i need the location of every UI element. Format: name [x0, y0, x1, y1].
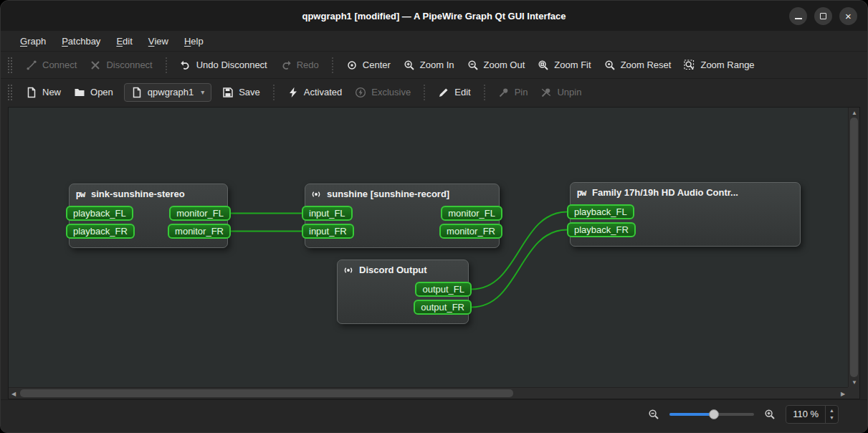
patchbay-select-combo[interactable]: qpwgraph1▾	[124, 83, 211, 102]
zoom-fit-button[interactable]: Zoom Fit	[531, 56, 597, 75]
port-row: input_FRmonitor_FR	[310, 224, 494, 239]
zoom-out-button[interactable]: Zoom Out	[461, 56, 532, 75]
port-input_FL[interactable]: input_FL	[302, 206, 353, 221]
toolbar-button-label: Disconnect	[106, 60, 152, 70]
node-header: Discord Output	[343, 264, 463, 276]
vertical-scrollbar[interactable]: ▲ ▼	[848, 108, 859, 387]
toolbar-handle[interactable]	[8, 57, 12, 73]
titlebar[interactable]: qpwgraph1 [modified] — A PipeWire Graph …	[1, 1, 867, 31]
statusbar: 110 % ▲ ▼	[1, 399, 867, 432]
port-playback_FR[interactable]: playback_FR	[66, 224, 135, 239]
menu-help[interactable]: Help	[176, 31, 211, 51]
window-title: qpwgraph1 [modified] — A PipeWire Graph …	[302, 11, 566, 22]
zoom-range-icon	[684, 60, 695, 71]
pin-button[interactable]: Pin	[492, 83, 535, 102]
exclusive-button[interactable]: Exclusive	[348, 83, 417, 102]
port-output_FR[interactable]: output_FR	[414, 300, 472, 315]
vertical-scrollbar-thumb[interactable]	[850, 118, 858, 377]
node-sink-sunshine-stereo[interactable]: pwsink-sunshine-stereoplayback_FLmonitor…	[69, 184, 228, 248]
close-button[interactable]: ×	[839, 7, 857, 25]
toolbar-button-label: Edit	[454, 87, 470, 97]
port-playback_FL[interactable]: playback_FL	[567, 204, 634, 219]
toolbar-button-label: Exclusive	[371, 87, 411, 97]
undo-disconnect-button[interactable]: Undo Disconnect	[173, 56, 274, 75]
center-button[interactable]: Center	[340, 56, 397, 75]
redo-button[interactable]: Redo	[274, 56, 325, 75]
port-output_FL[interactable]: output_FL	[415, 282, 472, 297]
toolbar-button-label: Open	[90, 87, 113, 97]
toolbar-button-label: Save	[239, 87, 260, 97]
toolbar-handle[interactable]	[8, 85, 12, 100]
horizontal-scrollbar[interactable]: ◀ ▶	[9, 387, 848, 399]
pipewire-node-icon: pw	[75, 189, 86, 200]
scroll-left-arrow[interactable]: ◀	[9, 388, 19, 399]
qpwgraph-window: qpwgraph1 [modified] — A PipeWire Graph …	[0, 0, 868, 433]
open-icon	[74, 87, 85, 98]
dropdown-caret-icon: ▾	[201, 88, 204, 96]
toolbar-separator	[484, 85, 485, 100]
port-playback_FL[interactable]: playback_FL	[66, 206, 133, 221]
unpin-icon	[540, 87, 552, 98]
zoom-range-button[interactable]: Zoom Range	[677, 56, 760, 75]
port-monitor_FR[interactable]: monitor_FR	[439, 224, 502, 239]
spin-up-arrow[interactable]: ▲	[826, 407, 838, 414]
undo-icon	[180, 60, 191, 71]
activated-button[interactable]: Activated	[281, 83, 348, 102]
port-monitor_FL[interactable]: monitor_FL	[169, 206, 231, 221]
port-row: playback_FLmonitor_FL	[75, 206, 222, 221]
port-row: playback_FRmonitor_FR	[75, 224, 222, 239]
exclusive-icon	[355, 87, 366, 98]
horizontal-scrollbar-thumb[interactable]	[20, 389, 513, 397]
menu-view[interactable]: View	[140, 31, 176, 51]
zoom-reset-button[interactable]: Zoom Reset	[598, 56, 678, 75]
menu-edit[interactable]: Edit	[108, 31, 140, 51]
minimize-button[interactable]	[789, 7, 807, 25]
node-title: Family 17h/19h HD Audio Contr...	[592, 187, 738, 198]
port-monitor_FL[interactable]: monitor_FL	[441, 206, 502, 221]
node-title: sunshine [sunshine-record]	[327, 189, 449, 199]
scrollbar-corner	[848, 387, 859, 399]
menu-patchbay[interactable]: Patchbay	[54, 31, 108, 51]
toolbar-button-label: Connect	[42, 60, 77, 70]
edit-button[interactable]: Edit	[431, 83, 477, 102]
port-monitor_FR[interactable]: monitor_FR	[168, 224, 231, 239]
zoom-fit-icon	[538, 60, 549, 71]
zoom-slider-fill	[669, 413, 713, 416]
disconnect-button[interactable]: Disconnect	[83, 56, 158, 75]
toolbar-separator	[273, 85, 275, 100]
toolbar-button-label: New	[42, 87, 61, 97]
edit-icon	[438, 87, 449, 98]
node-family-audio[interactable]: pwFamily 17h/19h HD Audio Contr...playba…	[570, 182, 801, 247]
zoom-in-button[interactable]: Zoom In	[397, 56, 461, 75]
scroll-right-arrow[interactable]: ▶	[838, 388, 848, 399]
toolbar-button-label: Activated	[304, 87, 342, 97]
scroll-up-arrow[interactable]: ▲	[849, 108, 860, 118]
spin-down-arrow[interactable]: ▼	[826, 414, 838, 422]
connect-button[interactable]: Connect	[19, 56, 83, 75]
port-input_FR[interactable]: input_FR	[302, 224, 354, 239]
unpin-button[interactable]: Unpin	[534, 83, 588, 102]
port-row: output_FL	[343, 282, 463, 297]
zoom-slider[interactable]	[669, 407, 754, 422]
node-sunshine[interactable]: sunshine [sunshine-record]input_FLmonito…	[305, 184, 500, 248]
zoom-slider-handle[interactable]	[709, 409, 719, 419]
toolbar-button-label: Zoom Fit	[554, 60, 591, 70]
file-icon	[131, 87, 143, 98]
zoom-spinbox[interactable]: 110 % ▲ ▼	[786, 405, 839, 424]
toolbar-button-label: qpwgraph1	[148, 87, 194, 97]
node-header: pwsink-sunshine-stereo	[75, 188, 222, 200]
status-zoom-in-button[interactable]	[763, 407, 777, 422]
port-row: playback_FL	[576, 204, 795, 219]
menu-graph[interactable]: Graph	[12, 31, 54, 51]
toolbar-button-label: Redo	[297, 60, 319, 70]
toolbar-main: ConnectDisconnectUndo DisconnectRedoCent…	[1, 51, 867, 78]
maximize-button[interactable]	[814, 7, 832, 25]
save-button[interactable]: Save	[216, 83, 267, 102]
port-playback_FR[interactable]: playback_FR	[567, 222, 636, 237]
open-button[interactable]: Open	[67, 83, 120, 102]
graph-canvas[interactable]: pwsink-sunshine-stereoplayback_FLmonitor…	[9, 108, 848, 387]
new-button[interactable]: New	[19, 83, 67, 102]
node-discord-output[interactable]: Discord Outputoutput_FLoutput_FR	[337, 260, 469, 324]
scroll-down-arrow[interactable]: ▼	[849, 377, 860, 387]
status-zoom-out-button[interactable]	[647, 407, 661, 422]
